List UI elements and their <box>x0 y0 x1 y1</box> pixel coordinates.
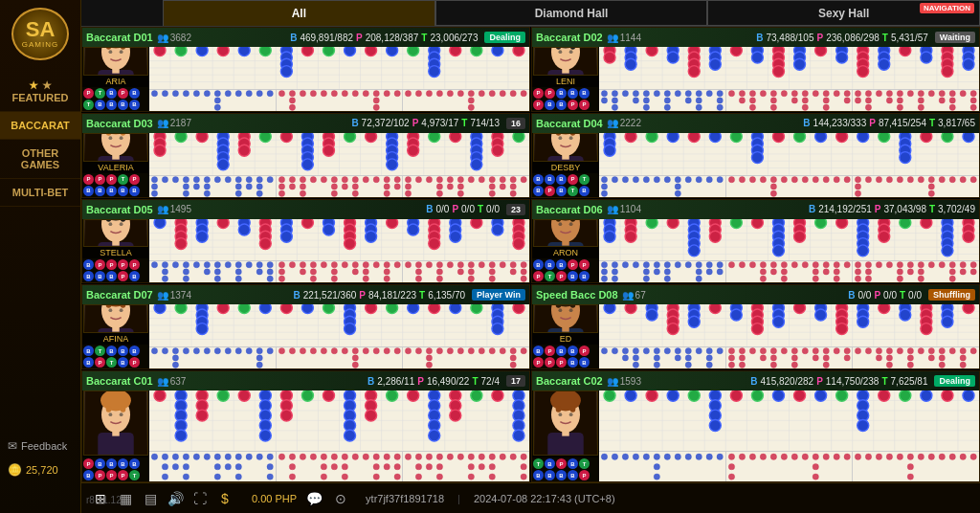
svg-point-1252 <box>654 463 659 469</box>
svg-point-627 <box>427 262 433 268</box>
svg-point-1173 <box>437 454 443 459</box>
table-header: Baccarat D03 👥 2187 B 72,372/102 P 4,973… <box>82 114 529 133</box>
svg-point-164 <box>879 58 890 70</box>
svg-point-329 <box>183 183 189 189</box>
svg-point-493 <box>928 183 934 189</box>
svg-point-339 <box>235 183 241 189</box>
sidebar-item-baccarat[interactable]: BACCARAT <box>0 112 80 140</box>
svg-point-57 <box>172 90 178 96</box>
mini-beads: BPBBPPPPBB <box>532 345 599 368</box>
table-card-d04[interactable]: Baccarat D04 👥 2222 B 144,233/333 P 87,4… <box>531 113 980 198</box>
user-icon[interactable]: ⊙ <box>331 489 350 508</box>
logo: SA GAMING <box>7 5 74 62</box>
sidebar-item-multi-bet[interactable]: MULTI-BET <box>0 179 80 207</box>
svg-point-1223 <box>625 390 636 401</box>
currency-icon[interactable]: $ <box>215 489 234 508</box>
svg-point-1153 <box>331 463 337 469</box>
svg-point-311 <box>408 145 419 156</box>
svg-point-881 <box>373 348 379 354</box>
svg-point-1152 <box>331 454 337 459</box>
table-card-d07[interactable]: Baccarat D07 👥 1374 B 221,521/360 P 84,1… <box>81 284 530 369</box>
svg-point-197 <box>717 90 723 96</box>
svg-point-1108 <box>429 430 440 441</box>
svg-point-1146 <box>289 474 295 480</box>
svg-point-973 <box>601 348 607 354</box>
svg-point-756 <box>770 269 776 275</box>
table-content: STELLA BPPPPBBBPB <box>82 219 529 283</box>
svg-point-614 <box>352 269 358 275</box>
sound-icon[interactable]: 🔊 <box>166 489 185 508</box>
tab-sexy[interactable]: Sexy Hall NAVIGATION <box>707 0 980 26</box>
svg-point-1225 <box>667 390 679 401</box>
svg-point-1169 <box>416 463 422 469</box>
svg-point-486 <box>866 176 872 182</box>
svg-point-984 <box>664 348 670 354</box>
svg-point-56 <box>162 90 167 96</box>
svg-point-62 <box>214 98 220 103</box>
svg-point-134 <box>625 58 636 70</box>
svg-rect-107 <box>562 68 569 74</box>
svg-point-80 <box>373 90 379 96</box>
svg-point-603 <box>300 262 305 268</box>
svg-point-213 <box>802 90 808 96</box>
table-card-d02[interactable]: Baccarat D02 👥 1144 B 73,488/105 P 236,0… <box>531 27 980 112</box>
table-content: ED BPBBPPPPBB <box>532 304 979 368</box>
sidebar-item-other-games[interactable]: OTHER GAMES <box>0 140 80 179</box>
svg-point-1031 <box>919 348 924 354</box>
svg-point-606 <box>310 269 316 275</box>
svg-point-883 <box>394 348 400 354</box>
svg-point-570 <box>492 223 503 234</box>
table-card-c02[interactable]: Baccarat C02 👥 1593 B 415,820/282 P 114,… <box>531 370 980 482</box>
svg-point-1125 <box>183 454 189 459</box>
table-card-d08[interactable]: Speed Bacc D08 👥 67 B 0/0 P 0/0 T 0/0 Sh… <box>531 284 980 369</box>
table-card-d01[interactable]: Baccarat D01 👥 3682 B 469,891/882 P 208,… <box>81 27 530 112</box>
table-card-c01[interactable]: Baccarat C01 👥 637 B 2,286/11 P 16,490/2… <box>81 370 530 482</box>
svg-point-90 <box>458 90 464 96</box>
tab-diamond[interactable]: Diamond Hall <box>435 0 708 26</box>
svg-point-1179 <box>468 463 474 469</box>
svg-point-243 <box>949 104 955 110</box>
svg-point-767 <box>834 262 839 268</box>
table-card-d03[interactable]: Baccarat D03 👥 2187 B 72,372/102 P 4,973… <box>81 113 530 198</box>
svg-point-735 <box>654 262 659 268</box>
navigation-badge: NAVIGATION <box>920 3 974 13</box>
svg-point-1023 <box>877 355 882 361</box>
expand-icon[interactable]: ⛶ <box>190 489 210 508</box>
table-card-d05[interactable]: Baccarat D05 👥 1495 B 0/0 P 0/0 T 0/0 23 <box>81 199 530 284</box>
svg-point-601 <box>278 276 284 281</box>
compact-view-icon[interactable]: ▤ <box>141 489 160 508</box>
svg-point-934 <box>646 309 657 321</box>
svg-point-281 <box>154 145 166 156</box>
road4-svg <box>853 90 979 111</box>
svg-point-871 <box>289 348 295 354</box>
sidebar-item-featured[interactable]: ★ ★ FEATURED <box>0 72 80 112</box>
svg-point-642 <box>510 262 516 268</box>
svg-rect-908 <box>562 326 569 332</box>
svg-point-1254 <box>664 454 670 459</box>
svg-point-291 <box>238 145 250 156</box>
svg-point-461 <box>664 176 670 182</box>
svg-point-186 <box>654 90 659 96</box>
svg-point-1132 <box>214 474 220 480</box>
svg-point-350 <box>289 176 295 182</box>
svg-point-617 <box>363 276 368 281</box>
svg-point-1277 <box>866 454 872 459</box>
table-header: Baccarat D04 👥 2222 B 144,233/333 P 87,4… <box>532 114 979 133</box>
svg-point-63 <box>214 104 220 110</box>
svg-point-988 <box>685 355 691 361</box>
svg-point-836 <box>280 304 292 314</box>
tab-all[interactable]: All <box>163 0 435 26</box>
chat-icon[interactable]: 💬 <box>304 489 323 508</box>
svg-point-489 <box>898 176 903 182</box>
svg-point-475 <box>770 190 776 196</box>
svg-point-206 <box>760 90 766 96</box>
feedback-button[interactable]: Feedback <box>5 436 76 456</box>
svg-point-1187 <box>510 454 516 459</box>
svg-point-189 <box>664 104 670 110</box>
status-badge: 16 <box>506 118 525 129</box>
svg-point-745 <box>706 262 712 268</box>
svg-point-786 <box>919 276 924 281</box>
svg-point-330 <box>183 190 189 196</box>
table-card-d06[interactable]: Baccarat D06 👥 1104 B 214,192/251 P 37,0… <box>531 199 980 284</box>
svg-point-1029 <box>908 355 914 361</box>
